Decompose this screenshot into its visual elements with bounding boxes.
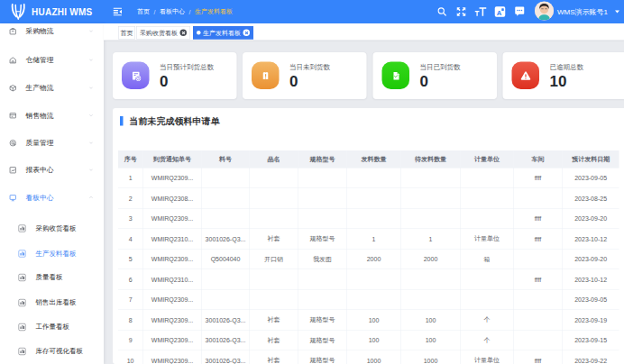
svg-text:A: A xyxy=(497,9,502,17)
